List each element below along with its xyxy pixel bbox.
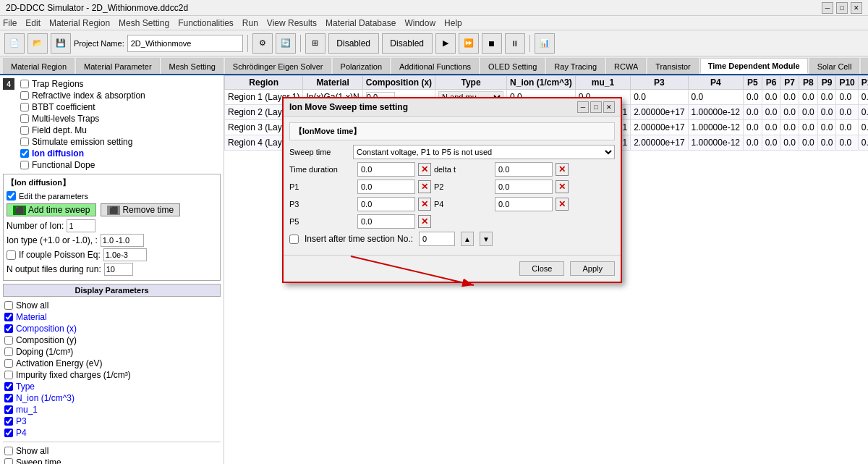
insert-spinner-up[interactable]: ▲ [461,232,474,246]
checkbox-btbt[interactable]: BTBT coefficient [19,101,221,113]
cb-n-ion[interactable]: N_ion (1/cm^3) [3,392,221,404]
checkbox-ion-diffusion[interactable]: Ion diffusion [19,148,221,159]
checkbox-multi-levels[interactable]: Multi-levels Traps [19,113,221,125]
tab-rcwa[interactable]: RCWA [606,58,646,74]
tab-material-parameter[interactable]: Material Parameter [76,58,160,74]
couple-poisson-checkbox[interactable] [7,250,16,260]
close-button[interactable]: Close [519,261,564,276]
save-button[interactable]: 💾 [51,33,71,54]
cb-composition-y[interactable]: Composition (y) [3,334,221,346]
run-button[interactable]: ▶ [435,33,456,54]
stop-button[interactable]: ⏹ [482,33,502,54]
p5-clear[interactable]: ✕ [418,215,431,228]
p3-input[interactable] [357,197,415,211]
p5-input[interactable] [357,214,415,229]
tab-mesh-setting[interactable]: Mesh Setting [161,58,224,74]
edit-params-checkbox[interactable] [7,191,16,201]
p2-clear[interactable]: ✕ [556,180,569,193]
checkbox-field-dept[interactable]: Field dept. Mu [19,125,221,136]
grid-button[interactable]: ⊞ [305,33,326,54]
menu-file[interactable]: File [3,18,17,28]
cb-type[interactable]: Type [3,381,221,392]
checkbox-refractive[interactable]: Refractive index & absorption [19,90,221,101]
modal-close-button[interactable]: ✕ [603,101,615,113]
cb2-sweep-time[interactable]: Sweep time [3,457,221,464]
modal-maximize-button[interactable]: □ [590,101,602,113]
cb-p4[interactable]: P4 [3,427,221,439]
step-button[interactable]: ⏩ [459,33,479,54]
pause-button[interactable]: ⏸ [505,33,525,54]
menu-edit[interactable]: Edit [25,18,41,28]
maximize-button[interactable]: □ [836,2,848,14]
open-button[interactable]: 📂 [27,33,48,54]
tab-transistor[interactable]: Transistor [647,58,699,74]
p3-label: P3 [289,200,354,208]
modal-minimize-button[interactable]: ─ [577,101,589,113]
tab-solar-cell[interactable]: Solar Cell [809,58,860,74]
tab-time-dependent[interactable]: Time Dependent Module [700,58,808,74]
tab-additional-functions[interactable]: Additional Functions [391,58,479,74]
menu-help[interactable]: Help [444,18,462,28]
insert-label: Insert after time section No.: [305,234,413,244]
checkbox-functional-dope[interactable]: Functional Dope [19,159,221,171]
close-button[interactable]: ✕ [851,2,862,14]
disabled-button-1[interactable]: Disabled [328,33,379,54]
tab-thermal[interactable]: Thermal [861,58,868,74]
n-output-input[interactable] [104,263,133,276]
window-controls[interactable]: ─ □ ✕ [822,2,862,14]
insert-value-input[interactable] [419,232,455,246]
sweep-time-select[interactable]: Constant voltage, P1 to P5 is not used [353,145,615,159]
menu-view-results[interactable]: View Results [267,18,317,28]
time-duration-input[interactable] [357,162,415,177]
menu-functionalities[interactable]: Functionalities [178,18,234,28]
cb-activation-energy[interactable]: Activation Energy (eV) [3,358,221,369]
new-button[interactable]: 📄 [4,33,25,54]
insert-checkbox[interactable] [289,235,299,244]
cb-mu1[interactable]: mu_1 [3,404,221,416]
menu-window[interactable]: Window [404,18,435,28]
p1-input[interactable] [357,180,415,194]
minimize-button[interactable]: ─ [822,2,833,14]
tab-polarization[interactable]: Polarization [333,58,390,74]
p3-clear[interactable]: ✕ [418,198,431,211]
cb-show-all[interactable]: Show all [3,300,221,311]
modal-controls[interactable]: ─ □ ✕ [577,101,615,113]
couple-poisson-input[interactable] [103,248,147,261]
delta-t-input[interactable] [495,162,553,177]
checkbox-stimulate[interactable]: Stimulate emission setting [19,136,221,148]
project-name-input[interactable] [127,35,243,52]
tab-ray-tracing[interactable]: Ray Tracing [546,58,605,74]
cb-material[interactable]: Material [3,311,221,323]
cb-doping[interactable]: Doping (1/cm³) [3,346,221,358]
ion-type-row: Ion type (+1.0 or -1.0), : [7,234,217,247]
p4-input[interactable] [495,197,553,211]
time-duration-clear[interactable]: ✕ [418,163,431,176]
menu-material-database[interactable]: Material Database [326,18,396,28]
cb-impurity[interactable]: Impurity fixed charges (1/cm³) [3,369,221,381]
insert-spinner-down[interactable]: ▼ [480,232,493,246]
apply-button[interactable]: Apply [570,261,615,276]
cb-composition-x[interactable]: Composition (x) [3,323,221,334]
add-time-sweep-button[interactable]: ⬛ Add time sweep [7,203,96,216]
col-mu1: mu_1 [575,76,630,90]
number-of-ion-input[interactable] [67,219,95,232]
menu-run[interactable]: Run [242,18,258,28]
menu-material-region[interactable]: Material Region [49,18,110,28]
chart-button[interactable]: 📊 [535,33,555,54]
cb-p3[interactable]: P3 [3,416,221,427]
remove-time-button[interactable]: ⬛ Remove time [101,203,180,216]
tab-oled-setting[interactable]: OLED Setting [480,58,545,74]
menu-mesh-setting[interactable]: Mesh Setting [119,18,169,28]
settings-button[interactable]: ⚙ [252,33,273,54]
tab-schrodinger[interactable]: Schrödinger Eigen Solver [225,58,331,74]
ion-type-input[interactable] [101,234,144,247]
p1-clear[interactable]: ✕ [418,180,431,193]
tab-material-region[interactable]: Material Region [3,58,75,74]
delta-t-clear[interactable]: ✕ [556,163,569,176]
p2-input[interactable] [495,180,553,194]
checkbox-trap-regions[interactable]: Trap Regions [19,78,221,90]
p4-clear[interactable]: ✕ [556,198,569,211]
cb2-show-all[interactable]: Show all [3,445,221,457]
refresh-button[interactable]: 🔄 [276,33,296,54]
disabled-button-2[interactable]: Disabled [382,33,433,54]
